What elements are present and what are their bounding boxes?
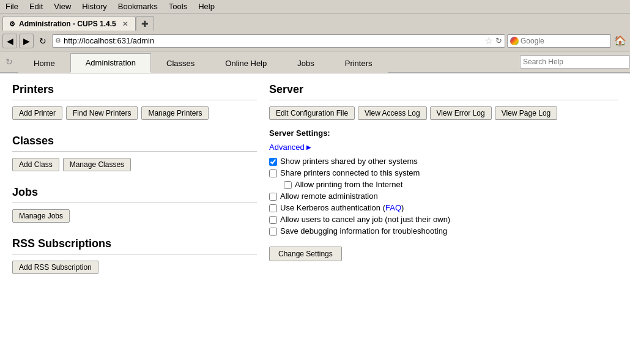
checkbox-remote-admin-input[interactable] bbox=[269, 193, 277, 201]
back-button[interactable]: ◀ bbox=[2, 34, 17, 48]
edit-config-button[interactable]: Edit Configuration File bbox=[269, 106, 355, 120]
tab-classes[interactable]: Classes bbox=[151, 53, 210, 73]
view-page-log-button[interactable]: View Page Log bbox=[495, 106, 558, 120]
rss-buttons: Add RSS Subscription bbox=[12, 261, 257, 274]
url-text[interactable]: http://localhost:631/admin bbox=[64, 36, 482, 45]
tab-administration[interactable]: Administration bbox=[70, 53, 151, 73]
checkbox-cancel-any-job: Allow users to cancel any job (not just … bbox=[269, 215, 618, 224]
faq-link[interactable]: FAQ bbox=[385, 203, 401, 212]
checkbox-remote-admin-label: Allow remote administration bbox=[280, 191, 378, 201]
loading-spinner: ↻ bbox=[0, 57, 18, 67]
browser-tab-favicon: ⚙ bbox=[9, 20, 15, 28]
checkbox-debug-info: Save debugging information for troublesh… bbox=[269, 226, 618, 236]
checkbox-debug-info-input[interactable] bbox=[269, 228, 277, 236]
menu-bookmarks[interactable]: Bookmarks bbox=[115, 1, 161, 12]
browser-tabs: ⚙ Administration - CUPS 1.4.5 ✕ ✚ bbox=[0, 13, 630, 31]
classes-title: Classes bbox=[12, 135, 257, 152]
right-panel: Server Edit Configuration File View Acce… bbox=[269, 83, 618, 354]
search-bar[interactable]: 🔍 bbox=[507, 34, 611, 48]
search-help-input[interactable] bbox=[520, 55, 630, 69]
jobs-section: Jobs Manage Jobs bbox=[12, 186, 257, 223]
cups-navbar: ↻ Home Administration Classes Online Hel… bbox=[0, 51, 630, 73]
manage-jobs-button[interactable]: Manage Jobs bbox=[12, 209, 70, 223]
refresh-button[interactable]: ↻ bbox=[35, 34, 50, 48]
printers-title: Printers bbox=[12, 83, 257, 100]
tab-jobs[interactable]: Jobs bbox=[282, 53, 329, 73]
server-title: Server bbox=[269, 83, 618, 100]
checkbox-share-printers: Share printers connected to this system bbox=[269, 168, 618, 177]
checkbox-cancel-any-job-label: Allow users to cancel any job (not just … bbox=[280, 215, 450, 224]
checkbox-remote-admin: Allow remote administration bbox=[269, 191, 618, 201]
rss-section: RSS Subscriptions Add RSS Subscription bbox=[12, 237, 257, 274]
tab-home[interactable]: Home bbox=[18, 53, 70, 73]
main-content: Printers Add Printer Find New Printers M… bbox=[0, 73, 630, 364]
browser-tab-title: Administration - CUPS 1.4.5 bbox=[19, 20, 116, 28]
active-browser-tab[interactable]: ⚙ Administration - CUPS 1.4.5 ✕ bbox=[2, 16, 136, 31]
change-settings-button[interactable]: Change Settings bbox=[269, 247, 342, 261]
tab-online-help[interactable]: Online Help bbox=[210, 53, 282, 73]
server-settings-label: Server Settings: bbox=[269, 128, 618, 138]
search-input[interactable] bbox=[521, 37, 612, 45]
view-access-log-button[interactable]: View Access Log bbox=[358, 106, 427, 120]
find-new-printers-button[interactable]: Find New Printers bbox=[66, 106, 138, 120]
classes-buttons: Add Class Manage Classes bbox=[12, 158, 257, 171]
advanced-expand-icon: ▶ bbox=[306, 144, 311, 150]
checkbox-cancel-any-job-input[interactable] bbox=[269, 216, 277, 224]
forward-button[interactable]: ▶ bbox=[19, 34, 34, 48]
checkbox-share-printers-label: Share printers connected to this system bbox=[280, 168, 420, 177]
menu-view[interactable]: View bbox=[51, 1, 74, 12]
tab-printers[interactable]: Printers bbox=[330, 53, 388, 73]
menubar: File Edit View History Bookmarks Tools H… bbox=[0, 0, 630, 13]
manage-printers-button[interactable]: Manage Printers bbox=[141, 106, 209, 120]
classes-section: Classes Add Class Manage Classes bbox=[12, 135, 257, 171]
menu-file[interactable]: File bbox=[2, 1, 21, 12]
checkbox-kerberos-label: Use Kerberos authentication (FAQ) bbox=[280, 203, 404, 212]
checkbox-kerberos: Use Kerberos authentication (FAQ) bbox=[269, 203, 618, 212]
left-panel: Printers Add Printer Find New Printers M… bbox=[12, 83, 257, 354]
manage-classes-button[interactable]: Manage Classes bbox=[63, 158, 131, 171]
checkbox-allow-internet-printing-label: Allow printing from the Internet bbox=[295, 180, 402, 189]
printers-section: Printers Add Printer Find New Printers M… bbox=[12, 83, 257, 120]
close-tab-icon[interactable]: ✕ bbox=[122, 20, 128, 28]
checkbox-show-shared-printers-input[interactable] bbox=[269, 158, 277, 166]
addressbar: ◀ ▶ ↻ ⚙ http://localhost:631/admin ☆ ↻ 🔍… bbox=[0, 31, 630, 51]
jobs-title: Jobs bbox=[12, 186, 257, 203]
url-bar: ⚙ http://localhost:631/admin ☆ ↻ bbox=[52, 34, 505, 48]
add-rss-subscription-button[interactable]: Add RSS Subscription bbox=[12, 261, 98, 274]
home-button[interactable]: 🏠 bbox=[613, 34, 628, 48]
menu-history[interactable]: History bbox=[79, 1, 109, 12]
bookmark-star-icon[interactable]: ☆ bbox=[484, 35, 493, 46]
checkbox-show-shared-printers: Show printers shared by other systems bbox=[269, 157, 618, 166]
view-error-log-button[interactable]: View Error Log bbox=[430, 106, 492, 120]
menu-tools[interactable]: Tools bbox=[166, 1, 190, 12]
checkbox-show-shared-printers-label: Show printers shared by other systems bbox=[280, 157, 418, 166]
add-printer-button[interactable]: Add Printer bbox=[12, 106, 62, 120]
search-engine-icon bbox=[510, 37, 519, 45]
menu-edit[interactable]: Edit bbox=[26, 1, 46, 12]
url-favicon: ⚙ bbox=[55, 37, 61, 45]
advanced-link-text: Advanced bbox=[269, 143, 305, 152]
menu-help[interactable]: Help bbox=[195, 1, 218, 12]
checkbox-debug-info-label: Save debugging information for troublesh… bbox=[280, 226, 447, 236]
advanced-link[interactable]: Advanced ▶ bbox=[269, 143, 618, 152]
checkbox-share-printers-input[interactable] bbox=[269, 169, 277, 177]
checkbox-allow-internet-printing: Allow printing from the Internet bbox=[284, 180, 618, 189]
checkbox-kerberos-input[interactable] bbox=[269, 204, 277, 212]
rss-title: RSS Subscriptions bbox=[12, 237, 257, 254]
server-buttons: Edit Configuration File View Access Log … bbox=[269, 106, 618, 120]
jobs-buttons: Manage Jobs bbox=[12, 209, 257, 223]
printers-buttons: Add Printer Find New Printers Manage Pri… bbox=[12, 106, 257, 120]
checkbox-allow-internet-printing-input[interactable] bbox=[284, 181, 292, 189]
new-tab-button[interactable]: ✚ bbox=[136, 16, 154, 31]
url-refresh-icon[interactable]: ↻ bbox=[495, 36, 502, 45]
add-class-button[interactable]: Add Class bbox=[12, 158, 59, 171]
